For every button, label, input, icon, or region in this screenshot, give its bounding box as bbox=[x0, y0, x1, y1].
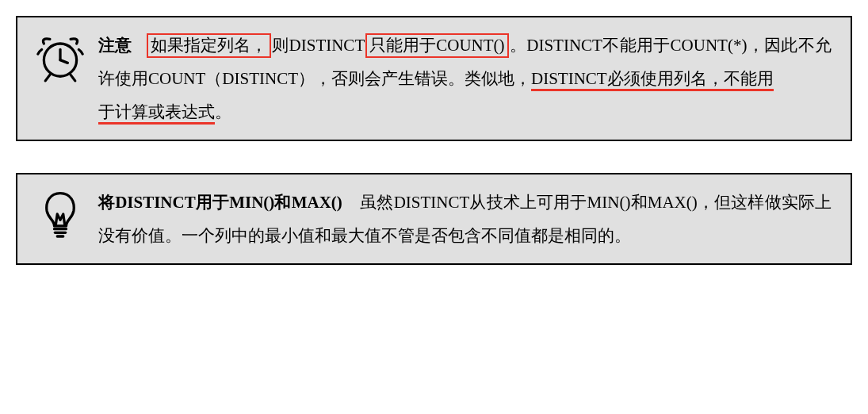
highlight-underline-1: DISTINCT必须使用列名，不能用 bbox=[531, 69, 774, 91]
alarm-clock-icon bbox=[36, 32, 84, 87]
lightbulb-icon bbox=[36, 189, 84, 244]
highlight-box-2: 只能用于COUNT() bbox=[365, 33, 508, 58]
text-segment: DISTINCT bbox=[526, 36, 602, 55]
callout-tip: 将DISTINCT用于MIN()和MAX() 虽然DISTINCT从技术上可用于… bbox=[16, 173, 852, 265]
text-segment: 则 bbox=[272, 36, 289, 55]
svg-line-4 bbox=[60, 60, 67, 63]
callout-note-content: 注意 如果指定列名，则DISTINCT只能用于COUNT()。DISTINCT不… bbox=[98, 29, 832, 128]
highlight-underline-2: 于计算或表达式 bbox=[98, 102, 215, 125]
callout-note: 注意 如果指定列名，则DISTINCT只能用于COUNT()。DISTINCT不… bbox=[16, 16, 852, 141]
highlight-box-1: 如果指定列名， bbox=[147, 33, 271, 58]
text-segment: DISTINCT bbox=[289, 36, 365, 55]
callout-note-title: 注意 bbox=[98, 36, 132, 55]
svg-line-2 bbox=[71, 75, 75, 81]
svg-line-1 bbox=[45, 75, 50, 81]
text-segment: 。 bbox=[215, 102, 231, 121]
callout-tip-content: 将DISTINCT用于MIN()和MAX() 虽然DISTINCT从技术上可用于… bbox=[98, 186, 832, 252]
callout-tip-title: 将DISTINCT用于MIN()和MAX() bbox=[98, 193, 342, 212]
text-segment: 。 bbox=[510, 36, 527, 55]
